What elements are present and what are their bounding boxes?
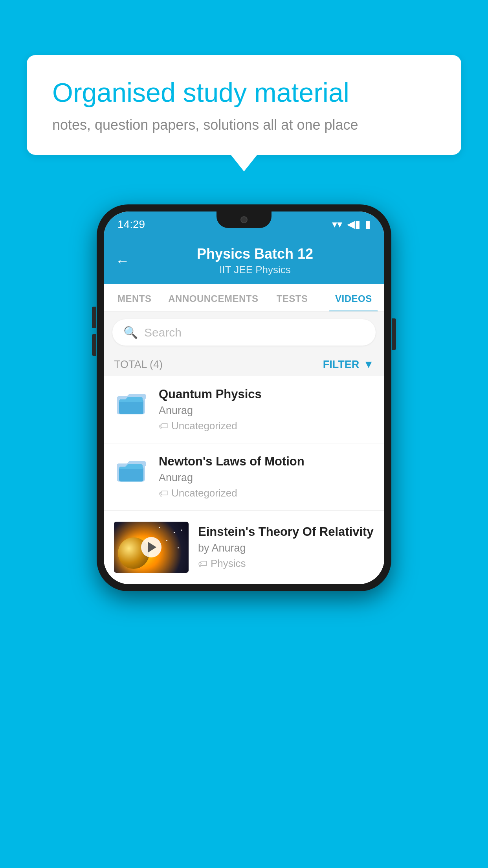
status-icons: ▾▾ ◀▮ ▮ — [332, 218, 371, 230]
header-title-block: Physics Batch 12 IIT JEE Physics — [138, 246, 372, 276]
video-author: Anurag — [159, 405, 374, 417]
phone-outer: 14:29 ▾▾ ◀▮ ▮ ← Physics Batch 12 IIT JEE… — [97, 204, 391, 591]
folder-icon — [114, 454, 149, 486]
power-button — [392, 318, 396, 350]
battery-icon: ▮ — [365, 218, 371, 230]
tag-icon: 🏷 — [159, 488, 168, 499]
tab-tests[interactable]: TESTS — [261, 284, 323, 311]
list-item[interactable]: Newton's Laws of Motion Anurag 🏷 Uncateg… — [104, 443, 384, 511]
video-info: Einstein's Theory Of Relativity by Anura… — [198, 525, 374, 570]
list-item[interactable]: Einstein's Theory Of Relativity by Anura… — [104, 511, 384, 584]
tab-ments[interactable]: MENTS — [104, 284, 165, 311]
search-container: 🔍 Search — [104, 312, 384, 353]
video-list: Quantum Physics Anurag 🏷 Uncategorized — [104, 376, 384, 584]
header-subtitle: IIT JEE Physics — [138, 264, 372, 276]
search-placeholder: Search — [144, 326, 182, 339]
video-tag: 🏷 Uncategorized — [159, 420, 374, 432]
tag-icon: 🏷 — [198, 558, 207, 569]
video-title: Einstein's Theory Of Relativity — [198, 525, 374, 539]
back-button[interactable]: ← — [116, 253, 130, 269]
video-author: by Anurag — [198, 542, 374, 554]
header-title: Physics Batch 12 — [138, 246, 372, 262]
video-tag: 🏷 Uncategorized — [159, 487, 374, 499]
folder-icon — [114, 387, 149, 419]
app-header: ← Physics Batch 12 IIT JEE Physics — [104, 237, 384, 284]
tab-videos[interactable]: VIDEOS — [323, 284, 384, 311]
search-icon: 🔍 — [123, 326, 138, 339]
speech-bubble: Organised study material notes, question… — [27, 55, 461, 155]
video-info: Newton's Laws of Motion Anurag 🏷 Uncateg… — [159, 454, 374, 499]
camera — [240, 216, 248, 223]
volume-up-button — [92, 307, 96, 328]
notch — [216, 211, 272, 228]
search-bar[interactable]: 🔍 Search — [112, 319, 376, 346]
list-item[interactable]: Quantum Physics Anurag 🏷 Uncategorized — [104, 376, 384, 443]
play-icon — [148, 542, 156, 553]
play-button[interactable] — [141, 537, 161, 557]
video-author: Anurag — [159, 472, 374, 484]
wifi-icon: ▾▾ — [332, 218, 342, 230]
video-tag: 🏷 Physics — [198, 557, 374, 570]
video-title: Newton's Laws of Motion — [159, 454, 374, 469]
filter-icon: ▼ — [363, 358, 374, 371]
video-info: Quantum Physics Anurag 🏷 Uncategorized — [159, 387, 374, 432]
bubble-subtitle: notes, question papers, solutions all at… — [52, 117, 436, 133]
phone-mockup: 14:29 ▾▾ ◀▮ ▮ ← Physics Batch 12 IIT JEE… — [97, 204, 391, 591]
phone-screen: 14:29 ▾▾ ◀▮ ▮ ← Physics Batch 12 IIT JEE… — [104, 211, 384, 584]
tabs-bar: MENTS ANNOUNCEMENTS TESTS VIDEOS — [104, 284, 384, 312]
bubble-title: Organised study material — [52, 77, 436, 109]
video-thumbnail — [114, 522, 189, 573]
status-time: 14:29 — [117, 218, 145, 231]
speech-bubble-container: Organised study material notes, question… — [27, 55, 461, 155]
filter-label: FILTER — [323, 359, 359, 371]
tab-announcements[interactable]: ANNOUNCEMENTS — [165, 284, 261, 311]
filter-button[interactable]: FILTER ▼ — [323, 358, 374, 371]
status-bar: 14:29 ▾▾ ◀▮ ▮ — [104, 211, 384, 237]
filter-row: TOTAL (4) FILTER ▼ — [104, 353, 384, 376]
volume-down-button — [92, 334, 96, 356]
signal-icon: ◀▮ — [347, 218, 360, 230]
video-title: Quantum Physics — [159, 387, 374, 401]
total-count: TOTAL (4) — [114, 359, 163, 371]
tag-icon: 🏷 — [159, 421, 168, 432]
